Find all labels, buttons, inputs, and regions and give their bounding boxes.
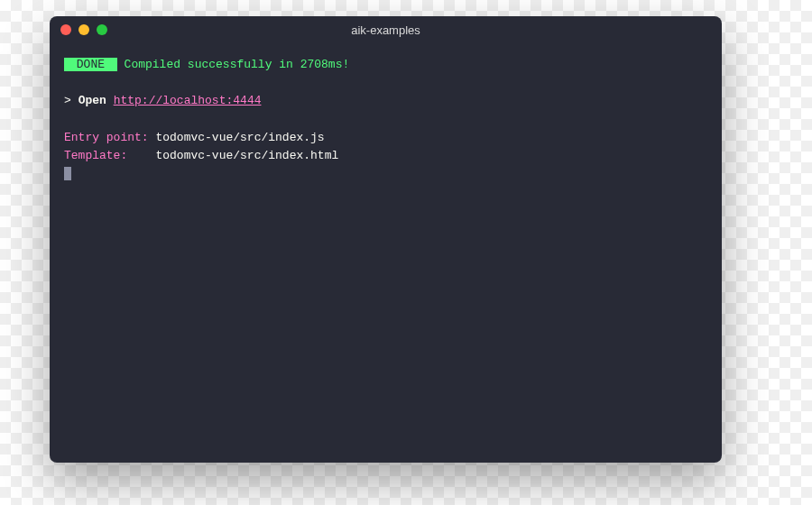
open-url-link[interactable]: http://localhost:4444 bbox=[114, 94, 262, 107]
open-label: Open bbox=[78, 94, 106, 107]
entry-point-label: Entry point: bbox=[64, 131, 149, 144]
window-title: aik-examples bbox=[50, 23, 722, 37]
cursor-icon bbox=[64, 167, 71, 180]
compiled-message: Compiled successfully in 2708ms! bbox=[117, 58, 349, 71]
terminal-window: aik-examples DONE Compiled successfully … bbox=[50, 16, 722, 463]
template-value: todomvc-vue/src/index.html bbox=[149, 149, 339, 162]
prompt-symbol: > bbox=[64, 94, 71, 107]
close-icon[interactable] bbox=[60, 24, 71, 35]
traffic-lights bbox=[60, 24, 107, 35]
titlebar: aik-examples bbox=[50, 16, 722, 43]
minimize-icon[interactable] bbox=[78, 24, 89, 35]
template-label: Template: bbox=[64, 149, 149, 162]
done-badge: DONE bbox=[64, 58, 117, 71]
entry-point-value: todomvc-vue/src/index.js bbox=[149, 131, 325, 144]
terminal-output[interactable]: DONE Compiled successfully in 2708ms!> O… bbox=[50, 43, 722, 463]
maximize-icon[interactable] bbox=[97, 24, 107, 35]
